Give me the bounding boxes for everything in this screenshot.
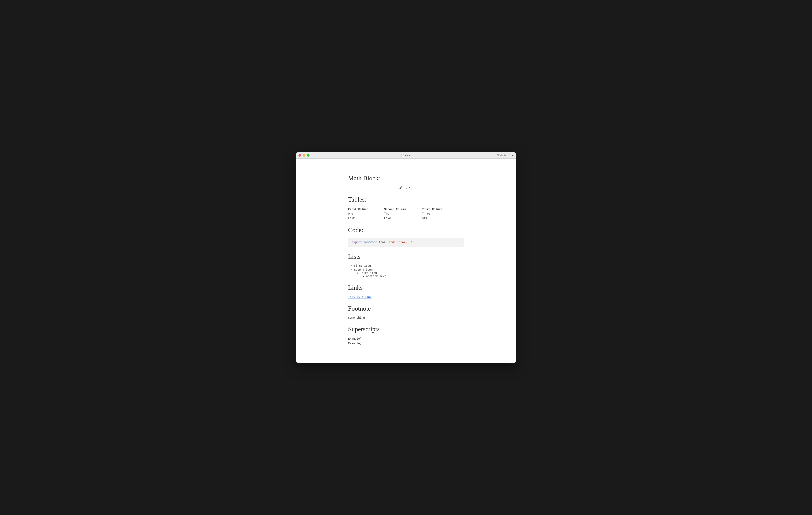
- example2-text: Example: [348, 342, 360, 345]
- titlebar: 📄 demo 122 Words ☰ ■: [296, 152, 516, 159]
- links-heading: Links: [348, 284, 464, 291]
- nested-list-level2: Third item Another level: [354, 271, 464, 278]
- list-item-text: Third item: [360, 271, 377, 275]
- hyperlink[interactable]: This is a link: [348, 296, 372, 299]
- list-item: Second item Third item Another level: [354, 268, 464, 278]
- maximize-button[interactable]: [307, 154, 310, 157]
- cell-1-1: One: [348, 212, 384, 216]
- list-item: First item: [354, 264, 464, 268]
- app-window: 📄 demo 122 Words ☰ ■ Math Block: X2 + 1 …: [296, 152, 516, 363]
- superscripts-section: Example1 Example2: [348, 337, 464, 345]
- code-keyword: import: [352, 241, 362, 244]
- code-block: import someCode from 'someLibrary' ;: [348, 238, 464, 247]
- links-section: This is a link: [348, 295, 464, 299]
- close-button[interactable]: [298, 154, 301, 157]
- code-identifier: someCode: [364, 241, 379, 244]
- cell-2-3: Six: [422, 216, 458, 220]
- lists-heading: Lists: [348, 253, 464, 260]
- list-item-text: Second item: [354, 268, 372, 271]
- code-from: from: [379, 241, 387, 244]
- list-item: Third item Another level: [360, 271, 464, 278]
- unordered-list: First item Second item Third item Anothe…: [348, 264, 464, 278]
- list-item-text: First item: [354, 264, 371, 268]
- lists-section: First item Second item Third item Anothe…: [348, 264, 464, 278]
- list-icon[interactable]: ☰: [508, 154, 510, 157]
- superscripts-heading: Superscripts: [348, 326, 464, 333]
- col-third: Third Column: [422, 207, 458, 212]
- cell-2-1: Four: [348, 216, 384, 220]
- table-row: One Two Three: [348, 212, 458, 216]
- sidebar-icon[interactable]: ■: [512, 154, 514, 157]
- titlebar-title: 📄 demo: [401, 154, 411, 157]
- cell-1-3: Three: [422, 212, 458, 216]
- footnote-section: Some thing: [348, 316, 464, 320]
- code-semicolon: ;: [411, 241, 412, 244]
- window-title: demo: [405, 154, 411, 157]
- data-table: First Column Second Column Third Column …: [348, 207, 458, 220]
- table-header-row: First Column Second Column Third Column: [348, 207, 458, 212]
- minimize-button[interactable]: [303, 154, 305, 157]
- list-item: Another level: [366, 275, 464, 278]
- code-heading: Code:: [348, 226, 464, 234]
- superscript-example2: Example2: [348, 342, 464, 346]
- word-count: 122 Words: [495, 154, 506, 157]
- footnote-heading: Footnote: [348, 305, 464, 312]
- col-first: First Column: [348, 207, 384, 212]
- cell-1-2: Two: [384, 212, 422, 216]
- math-block-heading: Math Block:: [348, 175, 464, 182]
- superscript-example1: Example1: [348, 337, 464, 340]
- code-string: 'someLibrary': [387, 241, 409, 244]
- titlebar-right: 122 Words ☰ ■: [495, 154, 514, 157]
- main-content: Math Block: X2 + 1 = 1 Tables: First Col…: [296, 159, 516, 363]
- example2-subscript: 2: [360, 343, 361, 346]
- tables-heading: Tables:: [348, 196, 464, 203]
- doc-icon: 📄: [401, 154, 404, 157]
- list-item-text: Another level: [366, 275, 388, 278]
- table-row: Four Five Six: [348, 216, 458, 220]
- example1-text: Example: [348, 337, 360, 340]
- math-formula: X2 + 1 = 1: [348, 186, 464, 190]
- cell-2-2: Five: [384, 216, 422, 220]
- footnote-text: Some thing: [348, 316, 464, 320]
- nested-list-level3: Another level: [360, 275, 464, 278]
- example1-superscript: 1: [360, 337, 361, 339]
- traffic-lights: [298, 154, 310, 157]
- col-second: Second Column: [384, 207, 422, 212]
